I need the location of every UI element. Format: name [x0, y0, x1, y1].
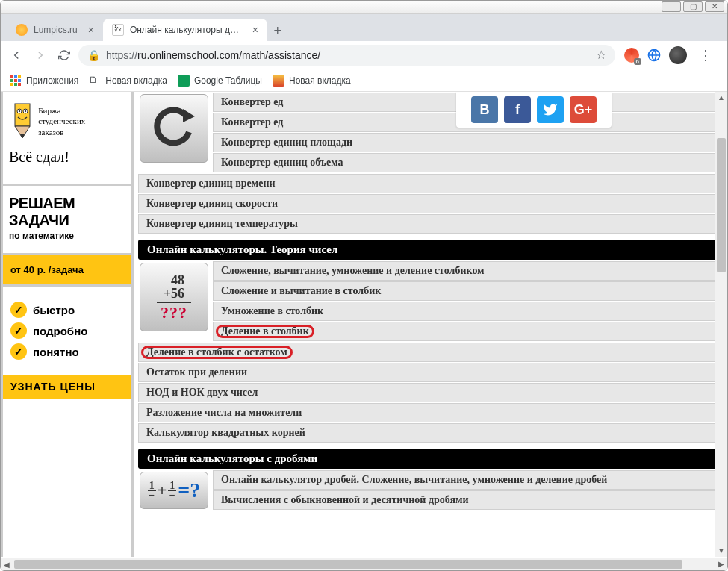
window-minimize-button[interactable]: —	[662, 1, 681, 12]
extension-badge: 6	[634, 58, 641, 65]
tab-title: Lumpics.ru	[34, 25, 78, 35]
apps-button[interactable]: Приложения	[10, 75, 78, 87]
tab-lumpics[interactable]: Lumpics.ru ×	[7, 19, 103, 41]
profile-avatar[interactable]	[669, 46, 687, 64]
check-icon: ✓	[10, 302, 27, 318]
share-twitter-button[interactable]	[537, 96, 564, 123]
window-titlebar: — ▢ ✕	[1, 1, 727, 14]
pencil-mascot-icon	[9, 99, 36, 141]
list-item[interactable]: Конвертер единиц температуры	[138, 214, 718, 234]
vertical-scrollbar[interactable]: ▲ ▼	[715, 92, 727, 557]
window-close-button[interactable]: ✕	[705, 1, 724, 12]
icon-num-question: ???	[157, 304, 191, 321]
apps-label: Приложения	[26, 75, 78, 86]
browser-menu-button[interactable]: ⋮	[694, 47, 717, 63]
extension-opera-icon[interactable]: 6	[624, 48, 639, 63]
ad4-item: быстро	[33, 304, 75, 316]
link-division-remainder[interactable]: Деление в столбик с остатком	[142, 346, 292, 358]
sidebar-ads: Биржастуденческихзаказов Всё сдал! РЕШАЕ…	[1, 92, 134, 557]
reload-button[interactable]	[55, 46, 74, 65]
favicon-onlinemschool: ∛x	[112, 24, 124, 36]
horizontal-scrollbar[interactable]: ◀ ▶	[1, 558, 727, 570]
list-item[interactable]: Конвертер единиц объема	[213, 153, 718, 172]
ad-block-2[interactable]: РЕШАЕМ ЗАДАЧИ по математике	[3, 186, 131, 255]
tab-title: Онлайн калькуляторы для реше	[130, 25, 242, 35]
ad-block-1[interactable]: Биржастуденческихзаказов Всё сдал!	[3, 92, 131, 186]
new-tab-button[interactable]: +	[267, 20, 288, 41]
apps-grid-icon	[10, 75, 22, 87]
svg-rect-3	[18, 75, 21, 78]
bookmark-item[interactable]: Новая вкладка	[273, 75, 351, 87]
scroll-up-arrow-icon[interactable]: ▲	[715, 92, 727, 104]
fractions-category-icon: 1−+1−=?	[140, 472, 208, 509]
lock-icon: 🔒	[87, 49, 100, 61]
list-item-highlighted[interactable]: Деление в столбик	[213, 322, 718, 341]
svg-rect-4	[10, 79, 13, 82]
list-item[interactable]: Онлайн калькулятор дробей. Сложение, выч…	[213, 470, 718, 490]
scrollbar-thumb[interactable]	[717, 138, 726, 272]
numtheory-block: 48 +56 ??? Сложение, вычитание, умножени…	[138, 261, 718, 443]
check-icon: ✓	[10, 343, 27, 360]
bookmark-label: Новая вкладка	[289, 75, 351, 86]
scroll-left-arrow-icon[interactable]: ◀	[1, 559, 13, 571]
bookmarks-bar: Приложения 🗋Новая вкладка Google Таблицы…	[1, 69, 727, 92]
tab-close-icon[interactable]: ×	[88, 24, 94, 36]
window-maximize-button[interactable]: ▢	[683, 1, 703, 12]
forward-button[interactable]	[31, 46, 50, 65]
share-googleplus-button[interactable]: G+	[570, 96, 597, 123]
social-share-bar: B f G+	[456, 92, 612, 128]
section-header-fractions: Онлайн калькуляторы с дробями	[138, 449, 718, 469]
share-vk-button[interactable]: B	[471, 96, 498, 123]
page-viewport: Биржастуденческихзаказов Всё сдал! РЕШАЕ…	[1, 92, 727, 557]
list-item[interactable]: Разложение числа на множители	[138, 403, 718, 422]
icon-num-top: 48	[157, 273, 191, 287]
list-item[interactable]: Умножение в столбик	[213, 302, 718, 321]
converter-category-icon	[140, 94, 208, 163]
list-item[interactable]: Остаток при делении	[138, 363, 718, 382]
list-item[interactable]: Конвертер единиц скорости	[138, 194, 718, 213]
scroll-right-arrow-icon[interactable]: ▶	[715, 558, 727, 570]
list-item[interactable]: Сложение, вычитание, умножение и деление…	[213, 261, 718, 281]
address-bar[interactable]: 🔒 https://ru.onlinemschool.com/math/assi…	[78, 45, 615, 66]
ad4-item: подробно	[33, 325, 87, 337]
tab-close-icon[interactable]: ×	[252, 24, 258, 36]
browser-tabstrip: Lumpics.ru × ∛x Онлайн калькуляторы для …	[1, 14, 727, 41]
back-button[interactable]	[7, 46, 26, 65]
bookmark-item[interactable]: Google Таблицы	[178, 75, 262, 87]
ad-block-4[interactable]: ✓быстро ✓подробно ✓понятно	[3, 287, 131, 375]
bookmark-item[interactable]: 🗋Новая вкладка	[89, 75, 167, 87]
ad-block-3[interactable]: от 40 р. /задача	[3, 255, 131, 287]
ad4-item: понятно	[33, 346, 79, 358]
scroll-down-arrow-icon[interactable]: ▼	[715, 545, 727, 557]
list-item[interactable]: Конвертер единиц площади	[213, 133, 718, 152]
svg-rect-5	[14, 79, 17, 82]
list-item[interactable]: Вычисления с обыкновенной и десятичной д…	[213, 490, 718, 510]
tab-onlinemschool[interactable]: ∛x Онлайн калькуляторы для реше ×	[103, 19, 267, 41]
scrollbar-thumb[interactable]	[14, 560, 682, 569]
svg-rect-10	[15, 104, 30, 126]
svg-point-16	[25, 110, 26, 112]
svg-rect-2	[14, 75, 17, 78]
ad1-text: Биржастуденческихзаказов	[38, 105, 85, 137]
list-item-highlighted[interactable]: Деление в столбик с остатком	[138, 343, 718, 362]
list-item[interactable]: Сложение и вычитание в столбик	[213, 281, 718, 301]
list-item[interactable]: НОД и НОК двух чисел	[138, 383, 718, 402]
ad2-line3: по математике	[9, 231, 125, 241]
list-item[interactable]: Конвертер единиц времени	[138, 174, 718, 193]
ad-block-5[interactable]: УЗНАТЬ ЦЕНЫ	[3, 375, 131, 399]
converter-block: Конвертер ед Конвертер ед Конвертер един…	[138, 93, 718, 234]
list-item[interactable]: Калькулятор квадратных корней	[138, 423, 718, 443]
bookmark-star-icon[interactable]: ☆	[596, 48, 606, 62]
numtheory-category-icon: 48 +56 ???	[140, 263, 208, 331]
fractions-block: 1−+1−=? Онлайн калькулятор дробей. Сложе…	[138, 470, 718, 510]
link-division-column[interactable]: Деление в столбик	[217, 325, 314, 337]
bookmark-label: Google Таблицы	[194, 75, 262, 86]
svg-rect-8	[14, 83, 17, 86]
svg-point-15	[19, 110, 20, 112]
extension-globe-icon[interactable]	[647, 48, 662, 63]
share-facebook-button[interactable]: f	[504, 96, 531, 123]
main-content: B f G+ Конвертер ед Конвертер ед Конверт…	[134, 92, 727, 557]
svg-rect-1	[10, 75, 13, 78]
svg-rect-6	[18, 79, 21, 82]
ad2-line1: РЕШАЕМ	[9, 195, 125, 212]
